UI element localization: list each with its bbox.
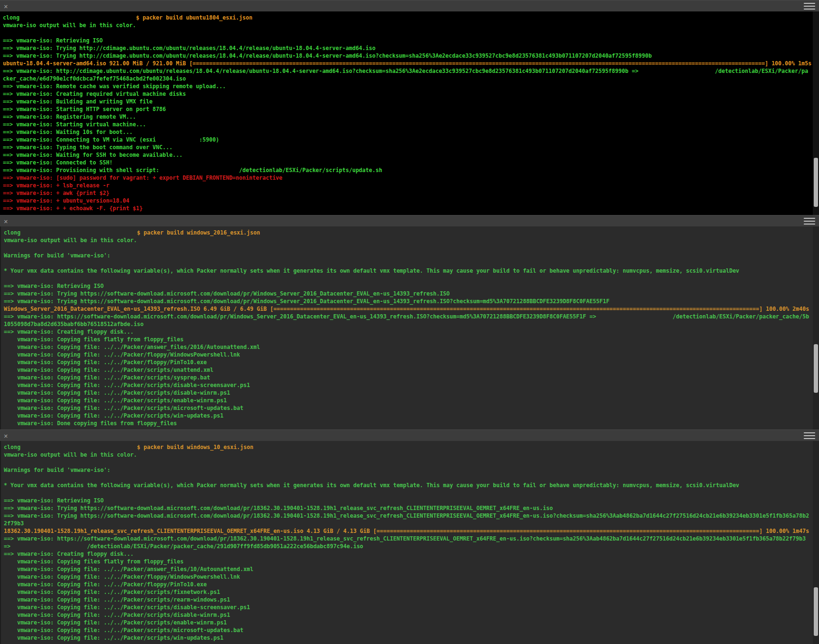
terminal-line: vmware-iso: Copying file: ../../Packer/s…: [4, 366, 812, 374]
terminal-line: vmware-iso output will be in this color.: [3, 21, 812, 29]
terminal-line: ==> vmware-iso: Retrieving ISO: [4, 497, 812, 504]
terminal-pane-ubuntu[interactable]: clong $ packer build ubuntu1804_esxi.jso…: [0, 11, 819, 215]
terminal-line: [4, 275, 812, 282]
terminal-line: ==> vmware-iso: Trying http://cdimage.ub…: [3, 52, 812, 60]
terminal-line: vmware-iso: Copying file: ../../Packer/s…: [4, 381, 812, 389]
terminal-line: ==> vmware-iso: Starting HTTP server on …: [3, 105, 812, 113]
terminal-line: ==> vmware-iso: Trying http://cdimage.ub…: [3, 44, 812, 52]
terminal-line: Warnings for build 'vmware-iso':: [4, 466, 812, 474]
terminal-line: vmware-iso: Copying files flatly from fl…: [4, 336, 812, 343]
terminal-line: clong $ packer build ubuntu1804_esxi.jso…: [3, 14, 812, 21]
terminal-line: vmware-iso: Copying files flatly from fl…: [4, 558, 812, 565]
terminal-screen: ✕ clong $ packer build ubuntu1804_esxi.j…: [0, 0, 819, 644]
terminal-pane-windows2016[interactable]: clong $ packer build windows_2016_esxi.j…: [0, 226, 819, 429]
terminal-line: 18362.30.190401-1528.19h1_release_svc_re…: [4, 527, 812, 535]
terminal-line: vmware-iso: Copying file: ../../Packer/f…: [4, 351, 812, 358]
terminal-line: [4, 244, 812, 252]
pane-titlebar-windows10: ✕: [0, 429, 819, 441]
terminal-pane-windows10[interactable]: clong $ packer build windows_10_esxi.jso…: [0, 441, 819, 644]
terminal-line: [3, 29, 812, 37]
pane-titlebar-windows2016: ✕: [0, 215, 819, 226]
terminal-line: ==> vmware-iso: Starting virtual machine…: [3, 121, 812, 128]
terminal-line: vmware-iso output will be in this color.: [4, 236, 812, 244]
terminal-line: vmware-iso: Copying file: ../../Packer/s…: [4, 603, 812, 611]
terminal-output: clong $ packer build windows_10_esxi.jso…: [4, 443, 812, 644]
terminal-line: 2f79b3: [4, 520, 812, 527]
terminal-line: ==> vmware-iso: Waiting for SSH to becom…: [3, 151, 812, 159]
terminal-line: ==> vmware-iso: Retrieving ISO: [4, 282, 812, 290]
terminal-line: ==> vmware-iso: Waiting 10s for boot...: [3, 128, 812, 136]
terminal-line: clong $ packer build windows_2016_esxi.j…: [4, 229, 812, 236]
terminal-line: ==> vmware-iso: https://software-downloa…: [4, 313, 812, 320]
terminal-line: ==> vmware-iso: Registering remote VM...: [3, 113, 812, 121]
terminal-line: ==> vmware-iso: Connected to SSH!: [3, 159, 812, 166]
terminal-line: vmware-iso: Copying file: ../../Packer/s…: [4, 634, 812, 642]
terminal-line: vmware-iso: Copying file: ../../Packer/s…: [4, 588, 812, 596]
terminal-line: clong $ packer build windows_10_esxi.jso…: [4, 443, 812, 451]
terminal-line: * Your vmx data contains the following v…: [4, 481, 812, 489]
terminal-line: vmware-iso: Copying file: ../../Packer/s…: [4, 404, 812, 412]
terminal-line: ==> vmware-iso: https://software-downloa…: [4, 535, 812, 542]
terminal-line: [4, 259, 812, 267]
terminal-line: ==> vmware-iso: Connecting to VM via VNC…: [3, 136, 812, 143]
scrollbar-thumb[interactable]: [814, 158, 818, 206]
terminal-line: ==> vmware-iso: + ubuntu_version=18.04: [3, 197, 812, 204]
scrollbar-thumb[interactable]: [814, 587, 818, 636]
terminal-line: [4, 459, 812, 466]
terminal-line: ==> vmware-iso: Building and writing VMX…: [3, 98, 812, 105]
scrollbar[interactable]: [813, 11, 819, 215]
close-icon[interactable]: ✕: [4, 432, 8, 439]
terminal-line: vmware-iso: Copying file: ../../Packer/s…: [4, 619, 812, 626]
terminal-line: ==> vmware-iso: Trying https://software-…: [4, 504, 812, 512]
terminal-line: [4, 489, 812, 497]
scrollbar-thumb[interactable]: [814, 344, 818, 393]
terminal-line: vmware-iso: Copying file: ../../Packer/a…: [4, 343, 812, 351]
terminal-line: vmware-iso: Done copying files from flop…: [4, 419, 812, 427]
terminal-line: vmware-iso: Copying file: ../../Packer/s…: [4, 389, 812, 397]
terminal-line: ==> vmware-iso: Creating required virtua…: [3, 90, 812, 98]
terminal-line: 1055098d7ba8d2d635babf6bb76518512afbde.i…: [4, 320, 812, 328]
terminal-line: vmware-iso: Copying file: ../../Packer/a…: [4, 565, 812, 573]
terminal-line: [4, 474, 812, 481]
terminal-line: => /detectionlab/ESXi/Packer/packer_cach…: [4, 542, 812, 550]
terminal-line: vmware-iso: Copying file: ../../Packer/s…: [4, 626, 812, 634]
terminal-line: ==> vmware-iso: Creating floppy disk...: [4, 550, 812, 558]
terminal-line: vmware-iso output will be in this color.: [4, 451, 812, 459]
terminal-line: vmware-iso: Copying file: ../../Packer/f…: [4, 358, 812, 366]
terminal-line: ==> vmware-iso: Typing the boot command …: [3, 143, 812, 151]
terminal-line: ==> vmware-iso: Trying https://software-…: [4, 512, 812, 520]
terminal-line: ==> vmware-iso: Provisioning with shell …: [3, 166, 812, 174]
hamburger-menu-icon[interactable]: [804, 432, 815, 439]
pane-titlebar-ubuntu: ✕: [0, 0, 819, 11]
terminal-output: clong $ packer build ubuntu1804_esxi.jso…: [3, 14, 812, 215]
terminal-line: vmware-iso: Copying file: ../../Packer/s…: [4, 374, 812, 381]
terminal-line: ==> vmware-iso: + awk {print $2}: [3, 189, 812, 197]
close-icon[interactable]: ✕: [4, 3, 8, 10]
terminal-line: ==> vmware-iso: Remote cache was verifie…: [3, 82, 812, 90]
terminal-line: ubuntu-18.04.4-server-amd64.iso 921.00 M…: [3, 60, 812, 67]
scrollbar[interactable]: [813, 441, 819, 644]
hamburger-menu-icon[interactable]: [804, 218, 815, 225]
terminal-line: ==> vmware-iso: [sudo] password for vagr…: [3, 174, 812, 182]
terminal-line: ==> vmware-iso: http://cdimage.ubuntu.co…: [3, 67, 812, 75]
terminal-line: vmware-iso: Copying file: ../../Packer/f…: [4, 581, 812, 588]
terminal-line: cker_cache/e6d790e1cf0dcbca7fefef75468ac…: [3, 75, 812, 82]
terminal-line: vmware-iso: Copying file: ../../Packer/s…: [4, 611, 812, 619]
terminal-line: ==> vmware-iso: Retrieving ISO: [3, 37, 812, 44]
terminal-line: ==> vmware-iso: + lsb_release -r: [3, 182, 812, 189]
terminal-output: clong $ packer build windows_2016_esxi.j…: [4, 229, 812, 429]
terminal-line: Warnings for build 'vmware-iso':: [4, 252, 812, 259]
terminal-line: ==> vmware-iso: Trying https://software-…: [4, 297, 812, 305]
terminal-line: vmware-iso: Copying file: ../../Packer/s…: [4, 596, 812, 603]
terminal-line: * Your vmx data contains the following v…: [4, 267, 812, 275]
terminal-line: ==> vmware-iso: Creating floppy disk...: [4, 328, 812, 336]
scrollbar[interactable]: [813, 226, 819, 429]
terminal-line: Windows_Server_2016_Datacenter_EVAL_en-u…: [4, 305, 812, 313]
terminal-line: ==> vmware-iso: + + echoawk -F. {print $…: [3, 204, 812, 212]
hamburger-menu-icon[interactable]: [804, 3, 815, 10]
close-icon[interactable]: ✕: [4, 218, 8, 225]
terminal-line: ==> vmware-iso: Trying https://software-…: [4, 290, 812, 297]
terminal-line: vmware-iso: Copying file: ../../Packer/f…: [4, 573, 812, 581]
terminal-line: vmware-iso: Copying file: ../../Packer/s…: [4, 412, 812, 419]
terminal-line: vmware-iso: Copying file: ../../Packer/s…: [4, 397, 812, 404]
